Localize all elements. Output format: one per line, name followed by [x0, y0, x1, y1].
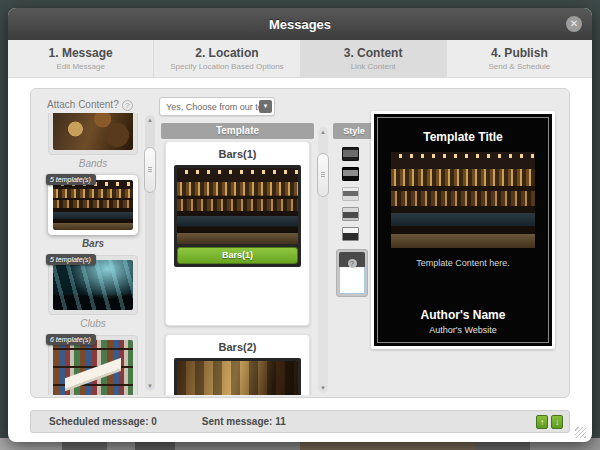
category-label-bars: Bars	[43, 238, 143, 249]
template-frame: Bars(1)	[174, 165, 301, 267]
close-button[interactable]: ✕	[566, 16, 582, 32]
dialog-title: Messages	[269, 17, 331, 32]
scroll-up-arrow-icon[interactable]: ▲	[145, 117, 155, 123]
category-label-clubs: Clubs	[43, 318, 143, 329]
preview-author-website: Author's Website	[378, 325, 548, 335]
template-card-bars1: Bars(1) Bars(1)	[165, 141, 310, 326]
preview-image	[391, 152, 535, 248]
style-option-selected[interactable]: ?	[336, 249, 368, 297]
step-subtitle: Edit Message	[56, 62, 104, 71]
template-count-badge: 5 template(s)	[46, 174, 96, 185]
help-icon: ?	[348, 259, 357, 268]
preview-frame: Template Title Template Content here. Au…	[377, 117, 549, 343]
template-scrollbar-thumb[interactable]	[317, 153, 329, 197]
tab-location[interactable]: 2. Location Specify Location Based Optio…	[153, 40, 299, 77]
category-item-clubs[interactable]: 5 template(s)	[48, 255, 138, 315]
scrollbar-grip-icon	[148, 167, 152, 172]
scroll-down-arrow-icon[interactable]: ▼	[318, 385, 328, 391]
scroll-up-button[interactable]: ↑	[536, 415, 548, 429]
template-card-spacer	[166, 267, 309, 315]
category-list: Bands 5 template(s) Bars 5 template(s) C…	[43, 113, 143, 395]
scheduled-message-count: Scheduled message: 0	[49, 416, 157, 427]
tab-content[interactable]: 3. Content Link Content	[300, 40, 446, 77]
category-label-bands: Bands	[43, 158, 143, 169]
tab-publish[interactable]: 4. Publish Send & Schedule	[446, 40, 592, 77]
preview-author-name: Author's Name	[378, 308, 548, 322]
select-template-button[interactable]: Bars(1)	[177, 247, 298, 264]
template-frame	[174, 358, 301, 395]
style-option-2-icon[interactable]	[342, 167, 359, 181]
step-subtitle: Send & Schedule	[488, 62, 550, 71]
style-option-3-icon[interactable]	[342, 187, 359, 201]
messages-dialog: Messages ✕ 1. Message Edit Message 2. Lo…	[8, 8, 592, 442]
bars-thumbnail-image	[53, 180, 133, 230]
preview-title: Template Title	[378, 130, 548, 144]
template-list: Bars(1) Bars(1) Bars(2)	[161, 141, 314, 395]
status-bar: Scheduled message: 0 Sent message: 11 ↑ …	[30, 410, 570, 433]
resize-handle-icon[interactable]	[575, 427, 586, 438]
style-option-1-icon[interactable]	[342, 147, 359, 161]
template-image	[177, 168, 298, 244]
preview-content-text: Template Content here.	[378, 258, 548, 268]
template-column-header: Template	[161, 123, 314, 139]
tab-message[interactable]: 1. Message Edit Message	[8, 40, 153, 77]
style-column-header: Style	[333, 123, 375, 139]
style-preview-header: ?	[339, 252, 365, 267]
category-scrollbar-thumb[interactable]	[144, 147, 156, 193]
style-option-4-icon[interactable]	[342, 207, 359, 221]
chevron-down-icon[interactable]: ▼	[259, 100, 272, 113]
template-card-bars2: Bars(2)	[165, 334, 310, 395]
wizard-steps: 1. Message Edit Message 2. Location Spec…	[8, 40, 592, 78]
preview-background: Template Title Template Content here. Au…	[374, 114, 552, 346]
dialog-header: Messages ✕	[8, 8, 592, 40]
attach-content-label: Attach Content??	[47, 99, 133, 111]
template-count-badge: 6 template(s)	[46, 334, 96, 345]
template-card-title: Bars(2)	[166, 341, 309, 353]
sent-message-count: Sent message: 11	[202, 416, 286, 427]
style-option-5-icon[interactable]	[342, 227, 359, 241]
attach-content-dropdown[interactable]: Yes, Choose from our templa ▼	[159, 97, 275, 116]
style-preview-body	[339, 267, 365, 294]
category-item-books[interactable]: 6 template(s)	[48, 335, 138, 395]
category-scrollbar[interactable]: ▲ ▼	[145, 115, 155, 391]
step-title: 1. Message	[49, 46, 113, 60]
template-count-badge: 5 template(s)	[46, 254, 96, 265]
category-item-bars[interactable]: 5 template(s)	[48, 175, 138, 235]
scroll-down-arrow-icon[interactable]: ▼	[145, 383, 155, 389]
bands-thumbnail-image	[53, 113, 133, 150]
template-image	[177, 361, 298, 395]
category-item-bands[interactable]	[48, 113, 138, 155]
clubs-thumbnail-image	[53, 260, 133, 310]
scrollbar-grip-icon	[321, 172, 325, 177]
content-panel: Attach Content?? Bands 5 template(s) Bar…	[30, 88, 570, 398]
attach-content-text: Attach Content?	[47, 99, 119, 110]
step-title: 4. Publish	[491, 46, 548, 60]
template-scrollbar[interactable]: ▲ ▼	[318, 127, 328, 393]
step-subtitle: Link Content	[351, 62, 396, 71]
dropdown-value: Yes, Choose from our templa	[166, 102, 259, 112]
step-title: 2. Location	[195, 46, 258, 60]
scroll-up-arrow-icon[interactable]: ▲	[318, 129, 328, 135]
template-card-title: Bars(1)	[166, 148, 309, 160]
step-title: 3. Content	[344, 46, 403, 60]
template-preview-pane: Template Title Template Content here. Au…	[371, 111, 555, 349]
close-icon: ✕	[570, 18, 578, 29]
scroll-down-button[interactable]: ↓	[551, 415, 563, 429]
step-subtitle: Specify Location Based Options	[170, 62, 283, 71]
help-icon[interactable]: ?	[122, 100, 133, 111]
books-thumbnail-image	[53, 340, 133, 395]
